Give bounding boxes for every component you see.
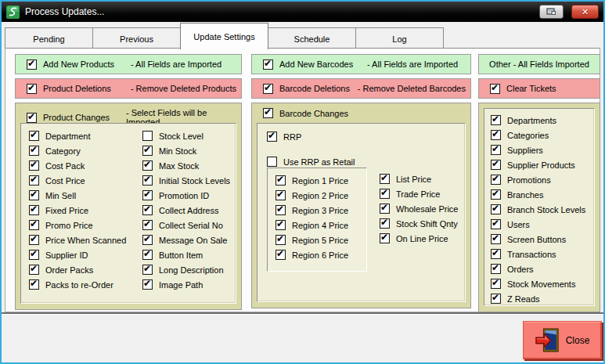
barcode-changes-checkbox[interactable] — [263, 108, 273, 118]
product-field-row[interactable]: Min Sell — [29, 190, 142, 200]
product-field-row[interactable]: Department — [29, 131, 142, 141]
checkbox[interactable] — [142, 279, 153, 290]
checkbox[interactable] — [142, 131, 153, 141]
checkbox[interactable] — [142, 190, 153, 200]
checkbox[interactable] — [380, 204, 390, 214]
checkbox[interactable] — [491, 175, 501, 185]
tab-pending[interactable]: Pending — [5, 27, 93, 49]
checkbox[interactable] — [491, 160, 501, 170]
product-field-row[interactable]: Cost Pack — [29, 160, 142, 171]
product-field-row[interactable]: Supplier ID — [29, 250, 142, 260]
product-field-row[interactable]: Max Stock — [142, 160, 230, 171]
product-field-row[interactable]: Packs to re-Order — [29, 279, 142, 290]
checkbox[interactable] — [29, 279, 39, 290]
other-item-row[interactable]: Promotions — [491, 175, 594, 185]
checkbox[interactable] — [275, 235, 286, 245]
checkbox[interactable] — [491, 204, 501, 214]
checkbox[interactable] — [491, 249, 501, 259]
checkbox[interactable] — [142, 205, 153, 215]
other-item-row[interactable]: Suppliers — [491, 145, 594, 155]
barcode-changes-header[interactable]: Barcode Changes — [252, 103, 470, 118]
add-new-products-header[interactable]: Add New Products - All Fields are Import… — [15, 54, 242, 74]
restore-button[interactable] — [539, 5, 564, 19]
price-row[interactable]: On Line Price — [380, 233, 458, 243]
product-field-row[interactable]: Price When Scanned — [29, 235, 142, 245]
other-item-row[interactable]: Z Reads — [491, 294, 594, 304]
tab-log[interactable]: Log — [355, 27, 444, 49]
other-item-row[interactable]: Screen Buttons — [491, 234, 594, 244]
product-field-row[interactable]: Long Description — [142, 265, 230, 275]
other-item-row[interactable]: Supplier Products — [491, 160, 594, 170]
checkbox[interactable] — [491, 264, 501, 274]
checkbox[interactable] — [142, 160, 153, 171]
price-row[interactable]: Wholesale Price — [380, 204, 458, 214]
other-item-row[interactable]: Users — [491, 219, 594, 229]
use-rrp-as-retail-checkbox[interactable] — [267, 157, 277, 167]
checkbox[interactable] — [380, 233, 390, 243]
price-row[interactable]: List Price — [380, 174, 458, 184]
checkbox[interactable] — [29, 160, 39, 171]
checkbox[interactable] — [491, 234, 501, 244]
product-field-row[interactable]: Collect Serial No — [142, 220, 230, 230]
checkbox[interactable] — [142, 146, 153, 156]
checkbox[interactable] — [491, 279, 501, 289]
rrp-row[interactable]: RRP — [257, 124, 465, 142]
checkbox[interactable] — [142, 250, 153, 260]
other-item-row[interactable]: Categories — [491, 130, 594, 140]
checkbox[interactable] — [29, 146, 39, 156]
checkbox[interactable] — [380, 174, 390, 184]
close-button[interactable]: Close — [523, 321, 602, 359]
checkbox[interactable] — [29, 235, 39, 245]
checkbox[interactable] — [491, 115, 501, 125]
checkbox[interactable] — [29, 190, 39, 200]
region-price-row[interactable]: Region 1 Price — [275, 175, 366, 186]
product-field-row[interactable]: Cost Price — [29, 175, 142, 186]
product-field-row[interactable]: Button Item — [142, 250, 230, 260]
product-field-row[interactable]: Fixed Price — [29, 205, 142, 215]
checkbox[interactable] — [491, 130, 501, 140]
product-field-row[interactable]: Category — [29, 146, 142, 156]
checkbox[interactable] — [142, 265, 153, 275]
tab-update-settings[interactable]: Update Settings — [180, 23, 268, 49]
window-close-button[interactable]: ✕ — [571, 5, 599, 19]
region-price-row[interactable]: Region 5 Price — [275, 235, 366, 245]
checkbox[interactable] — [275, 250, 286, 260]
checkbox[interactable] — [29, 265, 39, 275]
checkbox[interactable] — [142, 220, 153, 230]
product-field-row[interactable]: Initial Stock Levels — [142, 175, 230, 186]
other-item-row[interactable]: Transactions — [491, 249, 594, 259]
checkbox[interactable] — [29, 131, 39, 141]
clear-tickets-checkbox[interactable] — [490, 84, 500, 94]
product-field-row[interactable]: Message On Sale — [142, 235, 230, 245]
tab-schedule[interactable]: Schedule — [268, 27, 356, 49]
add-new-barcodes-header[interactable]: Add New Barcodes - All Fields are Import… — [251, 54, 471, 74]
other-item-row[interactable]: Departments — [491, 115, 594, 125]
product-field-row[interactable]: Stock Level — [142, 131, 230, 141]
clear-tickets-header[interactable]: Clear Tickets — [478, 78, 600, 99]
product-deletions-checkbox[interactable] — [27, 84, 37, 94]
checkbox[interactable] — [275, 220, 286, 230]
barcode-deletions-checkbox[interactable] — [263, 84, 273, 94]
product-changes-checkbox[interactable] — [27, 113, 37, 123]
checkbox[interactable] — [29, 220, 39, 230]
checkbox[interactable] — [491, 219, 501, 229]
product-field-row[interactable]: Promotion ID — [142, 190, 230, 200]
barcode-deletions-header[interactable]: Barcode Deletions - Remove Deleted Barco… — [251, 78, 471, 99]
rrp-checkbox[interactable] — [267, 132, 277, 142]
price-row[interactable]: Stock Shift Qnty — [380, 218, 458, 229]
price-row[interactable]: Trade Price — [380, 189, 458, 199]
checkbox[interactable] — [491, 294, 501, 304]
other-item-row[interactable]: Orders — [491, 264, 594, 274]
checkbox[interactable] — [380, 189, 390, 199]
region-price-row[interactable]: Region 2 Price — [275, 190, 366, 200]
checkbox[interactable] — [275, 190, 286, 200]
checkbox[interactable] — [380, 218, 390, 229]
product-field-row[interactable]: Min Stock — [142, 146, 230, 156]
other-item-row[interactable]: Branch Stock Levels — [491, 204, 594, 214]
product-field-row[interactable]: Promo Price — [29, 220, 142, 230]
region-price-row[interactable]: Region 4 Price — [275, 220, 366, 230]
tab-previous[interactable]: Previous — [92, 27, 181, 49]
checkbox[interactable] — [142, 175, 153, 186]
add-new-barcodes-checkbox[interactable] — [263, 59, 273, 70]
other-item-row[interactable]: Branches — [491, 189, 594, 200]
